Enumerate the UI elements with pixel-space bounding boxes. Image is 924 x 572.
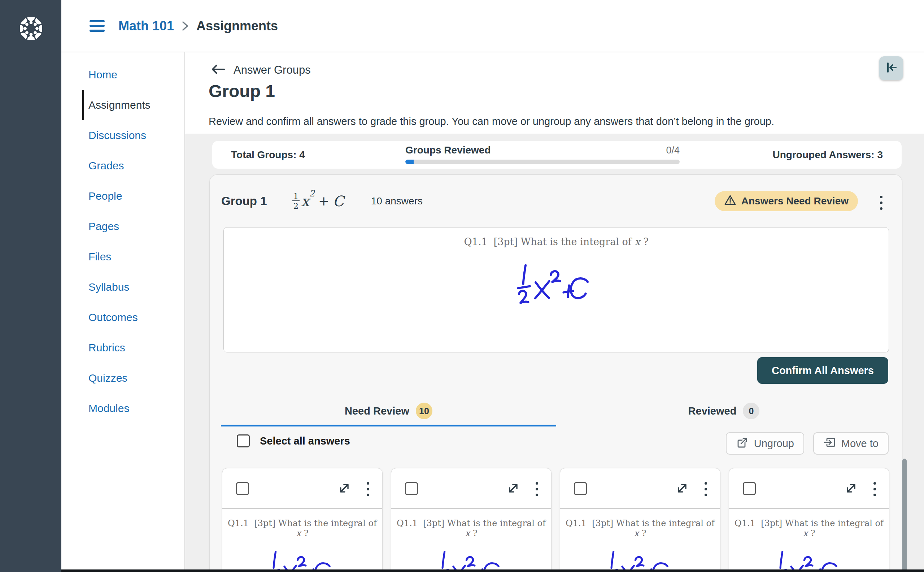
handwritten-answer bbox=[391, 545, 551, 572]
arrow-left-icon bbox=[210, 63, 226, 77]
main-content: Answer Groups Group 1 Review and confirm… bbox=[185, 52, 924, 572]
question-text: Q1.1 [3pt] What is the integral of x ? bbox=[224, 236, 888, 247]
stats-bar: Total Groups: 4 Groups Reviewed 0/4 Ungr… bbox=[212, 141, 902, 169]
sidebar-item-assignments[interactable]: Assignments bbox=[82, 90, 184, 120]
progress-bar bbox=[405, 160, 680, 164]
horizontal-scrollbar[interactable] bbox=[61, 569, 924, 572]
move-to-button[interactable]: Move to bbox=[813, 432, 888, 455]
back-link-label: Answer Groups bbox=[234, 64, 311, 76]
question-text: Q1.1 [3pt] What is the integral of x ? bbox=[391, 518, 551, 538]
back-link[interactable]: Answer Groups bbox=[210, 63, 311, 77]
question-text: Q1.1 [3pt] What is the integral of x ? bbox=[729, 518, 889, 538]
tab-need-review-label: Need Review bbox=[345, 405, 409, 417]
formula-variable: x2 bbox=[301, 193, 315, 210]
card-divider bbox=[729, 508, 889, 509]
answer-card: Q1.1 [3pt] What is the integral of x ? bbox=[222, 468, 383, 572]
hamburger-menu-icon[interactable] bbox=[90, 20, 105, 32]
canvas-logo-icon[interactable] bbox=[16, 13, 47, 44]
review-tabs: Need Review 10 Reviewed 0 bbox=[221, 397, 891, 425]
answer-preview-box: Q1.1 [3pt] What is the integral of x ? bbox=[223, 227, 889, 353]
answer-checkbox[interactable] bbox=[574, 482, 587, 495]
group-detail-panel: Total Groups: 4 Groups Reviewed 0/4 Ungr… bbox=[185, 134, 924, 572]
handwritten-answer bbox=[560, 545, 720, 572]
card-divider bbox=[560, 508, 720, 509]
answer-card-header bbox=[391, 468, 551, 508]
group-card: Group 1 1 2 x2 + C 10 answers bbox=[209, 174, 902, 572]
move-to-label: Move to bbox=[841, 438, 879, 449]
confirm-all-answers-button[interactable]: Confirm All Answers bbox=[757, 357, 888, 384]
sidebar-item-rubrics[interactable]: Rubrics bbox=[61, 333, 184, 363]
sidebar-item-pages[interactable]: Pages bbox=[61, 211, 184, 242]
ungrouped-answers-stat: Ungrouped Answers: 3 bbox=[773, 141, 883, 169]
tab-reviewed[interactable]: Reviewed 0 bbox=[556, 397, 891, 425]
card-divider bbox=[222, 508, 382, 509]
group-options-menu-icon[interactable] bbox=[878, 194, 885, 212]
groups-reviewed-value: 0/4 bbox=[666, 145, 680, 156]
expand-answer-icon[interactable] bbox=[338, 481, 351, 496]
move-to-icon bbox=[823, 436, 836, 451]
formula-constant: C bbox=[333, 193, 344, 210]
ungroup-label: Ungroup bbox=[754, 438, 794, 449]
chevron-right-icon bbox=[180, 19, 190, 33]
need-review-count-badge: 10 bbox=[416, 403, 433, 419]
top-header: Math 101 Assignments bbox=[61, 0, 924, 52]
expand-answer-icon[interactable] bbox=[675, 481, 689, 496]
answer-options-menu-icon[interactable] bbox=[871, 480, 878, 498]
breadcrumb-course-link[interactable]: Math 101 bbox=[118, 19, 174, 34]
answer-options-menu-icon[interactable] bbox=[533, 480, 540, 498]
sidebar-item-people[interactable]: People bbox=[61, 181, 184, 211]
answer-checkbox[interactable] bbox=[743, 482, 756, 495]
sidebar-item-files[interactable]: Files bbox=[61, 242, 184, 272]
page-description: Review and confirm all answers to grade … bbox=[209, 115, 774, 127]
reviewed-count-badge: 0 bbox=[743, 403, 760, 419]
formula-operator: + bbox=[318, 194, 329, 208]
warning-icon bbox=[724, 194, 736, 208]
answer-checkbox[interactable] bbox=[236, 482, 249, 495]
answer-card: Q1.1 [3pt] What is the integral of x ? bbox=[560, 468, 721, 572]
answers-toolbar: Select all answers Ungroup Move to bbox=[210, 434, 902, 457]
vertical-scrollbar-thumb[interactable] bbox=[902, 459, 907, 572]
sidebar-item-outcomes[interactable]: Outcomes bbox=[61, 302, 184, 333]
select-all-checkbox[interactable] bbox=[237, 434, 250, 448]
answer-card: Q1.1 [3pt] What is the integral of x ? bbox=[729, 468, 889, 572]
answer-options-menu-icon[interactable] bbox=[364, 480, 371, 498]
answer-card-header bbox=[560, 468, 720, 508]
question-text: Q1.1 [3pt] What is the integral of x ? bbox=[560, 518, 720, 538]
answer-options-menu-icon[interactable] bbox=[702, 480, 709, 498]
app-window: Math 101 Assignments Home Assignments Di… bbox=[0, 0, 924, 572]
ungroup-button[interactable]: Ungroup bbox=[726, 432, 804, 455]
tab-reviewed-label: Reviewed bbox=[688, 405, 737, 417]
answer-card-header bbox=[729, 468, 889, 508]
tab-need-review[interactable]: Need Review 10 bbox=[221, 397, 556, 425]
sidebar-item-modules[interactable]: Modules bbox=[61, 393, 184, 424]
progress-fill bbox=[405, 160, 414, 164]
formula-denominator: 2 bbox=[292, 201, 300, 210]
answer-card-header bbox=[222, 468, 382, 508]
status-badge: Answers Need Review bbox=[715, 191, 858, 211]
ungroup-icon bbox=[736, 436, 749, 451]
sidebar-item-discussions[interactable]: Discussions bbox=[61, 120, 184, 151]
global-nav-rail bbox=[0, 0, 61, 572]
status-badge-label: Answers Need Review bbox=[741, 195, 848, 207]
breadcrumb-current-page: Assignments bbox=[196, 19, 278, 34]
card-divider bbox=[391, 508, 551, 509]
page-title: Group 1 bbox=[209, 81, 275, 101]
collapse-panel-button[interactable] bbox=[879, 56, 903, 80]
sidebar-item-home[interactable]: Home bbox=[61, 60, 184, 90]
answer-card: Q1.1 [3pt] What is the integral of x ? bbox=[391, 468, 552, 572]
answer-checkbox[interactable] bbox=[405, 482, 418, 495]
handwritten-answer bbox=[222, 545, 382, 572]
sidebar-item-syllabus[interactable]: Syllabus bbox=[61, 272, 184, 302]
expand-answer-icon[interactable] bbox=[844, 481, 858, 496]
sidebar-item-grades[interactable]: Grades bbox=[61, 151, 184, 181]
sidebar-item-quizzes[interactable]: Quizzes bbox=[61, 363, 184, 393]
expand-answer-icon[interactable] bbox=[506, 481, 520, 496]
select-all-control[interactable]: Select all answers bbox=[237, 434, 350, 448]
select-all-label: Select all answers bbox=[260, 435, 350, 447]
group-name: Group 1 bbox=[221, 194, 267, 208]
handwritten-answer bbox=[224, 258, 888, 321]
formula-numerator: 1 bbox=[293, 192, 299, 201]
question-text: Q1.1 [3pt] What is the integral of x ? bbox=[222, 518, 382, 538]
course-nav-sidebar: Home Assignments Discussions Grades Peop… bbox=[61, 52, 185, 572]
group-formula: 1 2 x2 + C bbox=[292, 192, 344, 210]
